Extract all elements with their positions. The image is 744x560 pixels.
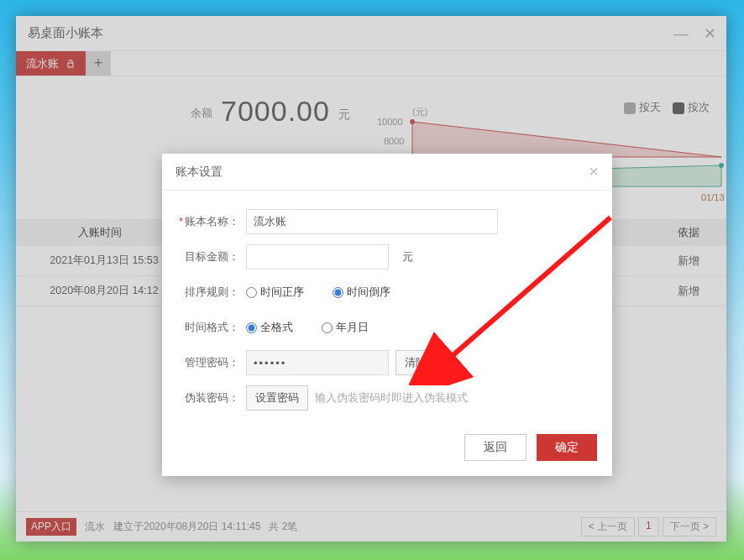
balance-amount: 7000.00 [221,95,330,128]
cell-time: 2021年01月13日 15:53 [16,254,184,268]
y-tick-10000: 10000 [377,117,403,127]
ledger-name-input[interactable] [246,209,498,234]
page-number: 1 [638,517,659,536]
back-button[interactable]: 返回 [464,434,527,461]
svg-point-4 [719,163,724,168]
admin-pwd-label: 管理密码： [177,355,239,370]
cell-basis: 新增 [651,284,726,299]
clear-password-button[interactable]: 清除密码 [396,350,458,375]
dialog-close-button[interactable]: × [589,162,599,181]
statusbar: APP入口 流水 建立于2020年08月20日 14:11:45 共 2笔 < … [16,511,726,542]
timefmt-full-radio[interactable]: 全格式 [246,320,293,335]
target-amount-input[interactable] [246,244,389,270]
next-page-button[interactable]: 下一页 > [663,517,716,536]
close-window-button[interactable]: ✕ [704,26,716,41]
balance-label: 余额 [191,106,212,121]
tabstrip: 流水账 + [16,51,726,76]
target-label: 目标金额： [177,249,239,264]
sort-asc-radio[interactable]: 时间正序 [246,285,304,300]
dialog-title: 账本设置 [176,165,223,180]
name-label: *账本名称： [177,214,239,229]
col-basis-header: 依据 [651,225,726,240]
y-unit-label: (元) [412,107,427,117]
app-window: 易桌面小账本 — ✕ 流水账 + 余额 7000.00 元 按天 按次 (元) … [16,16,726,542]
timefmt-ymd-radio[interactable]: 年月日 [322,320,369,335]
balance-unit: 元 [338,107,350,123]
prev-page-button[interactable]: < 上一页 [581,517,635,536]
tab-label: 流水账 [26,56,59,71]
minimize-button[interactable]: — [673,26,689,41]
fake-pwd-hint: 输入伪装密码时即进入伪装模式 [315,391,468,406]
status-prefix: 流水 [85,520,105,534]
y-tick-8000: 8000 [384,136,404,146]
status-count: 共 2笔 [269,520,297,534]
window-title: 易桌面小账本 [28,25,103,41]
sort-desc-radio[interactable]: 时间倒序 [333,285,390,300]
admin-password-input[interactable] [246,350,389,375]
cell-time: 2020年08月20日 14:12 [16,284,184,298]
status-created: 建立于2020年08月20日 14:11:45 [113,520,260,534]
svg-point-1 [410,119,415,124]
timefmt-label: 时间格式： [177,320,239,335]
target-unit: 元 [402,249,413,264]
cell-basis: 新增 [651,254,726,269]
x-end-label: 01/13 [701,192,725,202]
titlebar: 易桌面小账本 — ✕ [16,16,726,51]
col-time-header: 入账时间 [16,225,184,240]
lock-open-icon [65,59,76,69]
confirm-button[interactable]: 确定 [537,434,597,461]
svg-marker-0 [412,122,721,157]
tab-add-button[interactable]: + [86,51,111,76]
ledger-settings-dialog: 账本设置 × *账本名称： 目标金额： 元 排序规则： 时间正序 时间倒序 时 [162,154,612,476]
pager: < 上一页 1 下一页 > [581,517,716,536]
sort-label: 排序规则： [177,285,239,300]
app-entry-button[interactable]: APP入口 [26,518,76,536]
tab-ledger[interactable]: 流水账 [16,51,86,76]
dialog-header: 账本设置 × [162,154,612,191]
set-fake-password-button[interactable]: 设置密码 [246,385,308,411]
fake-pwd-label: 伪装密码： [177,390,239,406]
